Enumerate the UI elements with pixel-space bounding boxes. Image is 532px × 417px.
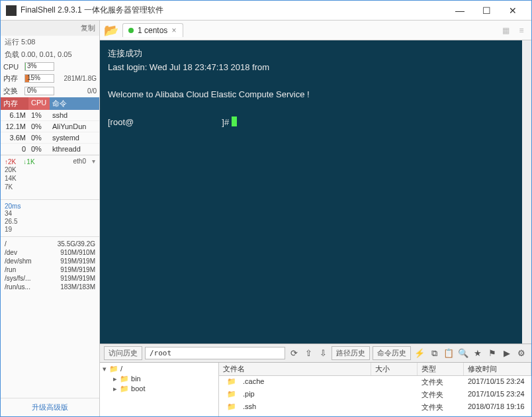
process-row[interactable]: 6.1M1%sshd bbox=[1, 110, 99, 121]
swap-label: 交换 bbox=[3, 86, 22, 96]
process-row[interactable]: 00%kthreadd bbox=[1, 144, 99, 155]
file-list: 文件名 大小 类型 修改时间 📁.cache文件夹2017/10/15 23:2… bbox=[219, 363, 531, 416]
cpu-bar: 3% bbox=[24, 62, 54, 71]
tree-item[interactable]: ▸📁 boot bbox=[101, 384, 217, 394]
disk-list: /35.5G/39.2G/dev910M/910M/dev/shm919M/91… bbox=[1, 237, 99, 398]
disk-row: /dev910M/910M bbox=[2, 248, 98, 257]
disk-row: /sys/fs/...919M/919M bbox=[2, 274, 98, 283]
refresh-icon[interactable]: ⟳ bbox=[288, 348, 300, 359]
window-title: FinalShell 2.9.3.1 一体化服务器管理软件 bbox=[21, 5, 447, 16]
copy-button[interactable]: 复制 bbox=[81, 23, 95, 33]
upload-icon[interactable]: ⇧ bbox=[302, 348, 314, 359]
history-button[interactable]: 访问历史 bbox=[104, 346, 142, 360]
flag-icon[interactable]: ⚑ bbox=[486, 348, 498, 359]
disk-row: /run/us...183M/183M bbox=[2, 283, 98, 291]
terminal-scrollbar[interactable] bbox=[522, 40, 531, 344]
swap-metric: 交换 0% 0/0 bbox=[1, 85, 99, 97]
titlebar: FinalShell 2.9.3.1 一体化服务器管理软件 — ☐ ✕ bbox=[1, 1, 531, 21]
cursor bbox=[232, 116, 237, 126]
disk-row: /dev/shm919M/919M bbox=[2, 257, 98, 265]
status-dot-icon bbox=[128, 28, 134, 33]
star-icon[interactable]: ★ bbox=[472, 348, 484, 359]
process-row[interactable]: 12.1M0%AliYunDun bbox=[1, 121, 99, 132]
interface-name: eth0 bbox=[73, 158, 86, 165]
disk-row: /35.5G/39.2G bbox=[2, 240, 98, 248]
grid-view-icon[interactable]: ▦ bbox=[500, 25, 511, 36]
gear-icon[interactable]: ⚙ bbox=[515, 348, 527, 359]
host-label bbox=[5, 24, 81, 32]
minimize-button[interactable]: — bbox=[447, 1, 473, 20]
close-icon[interactable]: × bbox=[171, 26, 176, 35]
clipboard-icon[interactable]: 📋 bbox=[443, 348, 455, 359]
file-row[interactable]: 📁.cache文件夹2017/10/15 23:24 bbox=[219, 376, 531, 389]
play-icon[interactable]: ▶ bbox=[501, 348, 513, 359]
maximize-button[interactable]: ☐ bbox=[473, 1, 500, 20]
copy-icon[interactable]: ⧉ bbox=[428, 348, 440, 359]
net-down: ↓1K bbox=[23, 158, 34, 165]
upgrade-button[interactable]: 升级高级版 bbox=[1, 398, 99, 416]
file-tree[interactable]: ▾📁 / ▸📁 bin ▸📁 boot bbox=[100, 363, 219, 416]
cpu-label: CPU bbox=[3, 63, 22, 71]
uptime-text: 运行 5:08 bbox=[1, 36, 99, 48]
folder-icon[interactable]: 📂 bbox=[104, 23, 118, 38]
memory-bar: 15% bbox=[24, 74, 54, 83]
file-row[interactable]: 📁.pip文件夹2017/10/15 23:24 bbox=[219, 389, 531, 401]
tree-root[interactable]: ▾📁 / bbox=[101, 364, 217, 374]
sidebar: 复制 运行 5:08 负载 0.00, 0.01, 0.05 CPU 3% 内存… bbox=[1, 21, 100, 416]
bolt-icon[interactable]: ⚡ bbox=[414, 348, 425, 359]
chevron-down-icon[interactable]: ▾ bbox=[92, 158, 95, 165]
tab-session[interactable]: 1 centos × bbox=[122, 23, 183, 37]
ping-graph: 20ms 34 26.5 19 bbox=[1, 200, 99, 237]
load-text: 负载 0.00, 0.01, 0.05 bbox=[1, 48, 99, 61]
process-row[interactable]: 3.6M0%systemd bbox=[1, 132, 99, 144]
tree-item[interactable]: ▸📁 bin bbox=[101, 374, 217, 384]
terminal-toolbar: 访问历史 /root ⟳ ⇧ ⇩ 路径历史 命令历史 ⚡ ⧉ 📋 🔍 ★ ⚑ ▶… bbox=[100, 344, 531, 362]
app-icon bbox=[6, 5, 17, 16]
process-header: 内存 CPU 命令 bbox=[1, 97, 99, 110]
memory-metric: 内存 15% 281M/1.8G bbox=[1, 72, 99, 85]
path-history-button[interactable]: 路径历史 bbox=[332, 346, 370, 360]
search-icon[interactable]: 🔍 bbox=[457, 348, 469, 359]
list-view-icon[interactable]: ≡ bbox=[515, 25, 527, 36]
tab-label: 1 centos bbox=[138, 26, 167, 35]
net-up: ↑2K bbox=[5, 158, 16, 165]
cmd-history-button[interactable]: 命令历史 bbox=[373, 346, 411, 360]
disk-row: /run919M/919M bbox=[2, 265, 98, 274]
close-button[interactable]: ✕ bbox=[500, 1, 526, 20]
tab-bar: 📂 1 centos × ▦ ≡ bbox=[100, 21, 531, 40]
download-icon[interactable]: ⇩ bbox=[317, 348, 329, 359]
cpu-metric: CPU 3% bbox=[1, 61, 99, 72]
network-graph: ↑2K ↓1K eth0 ▾ 20K 14K 7K bbox=[1, 155, 99, 200]
file-list-header[interactable]: 文件名 大小 类型 修改时间 bbox=[219, 363, 531, 376]
path-input[interactable]: /root bbox=[145, 347, 285, 359]
swap-bar: 0% bbox=[24, 87, 54, 95]
memory-label: 内存 bbox=[3, 73, 22, 83]
file-row[interactable]: 📁.ssh文件夹2018/07/18 19:16 bbox=[219, 401, 531, 414]
terminal[interactable]: 连接成功 Last login: Wed Jul 18 23:47:13 201… bbox=[100, 40, 531, 344]
